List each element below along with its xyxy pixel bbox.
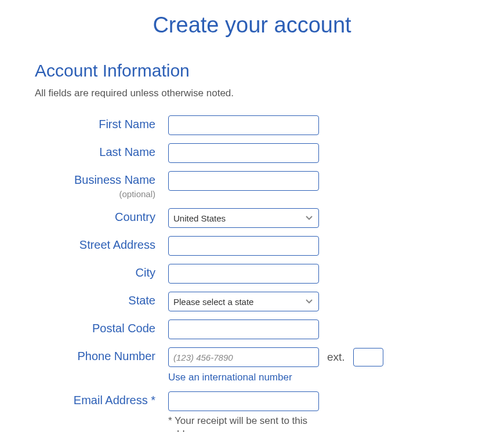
first-name-label: First Name [35, 115, 168, 131]
country-dropdown[interactable]: United States [168, 208, 319, 228]
postal-code-label: Postal Code [35, 320, 168, 335]
chevron-down-icon [304, 213, 314, 224]
business-name-input[interactable] [168, 171, 319, 191]
last-name-input[interactable] [168, 143, 319, 163]
street-address-input[interactable] [168, 236, 319, 256]
first-name-input[interactable] [168, 115, 319, 135]
ext-label: ext. [327, 351, 345, 364]
chevron-down-icon [304, 296, 314, 307]
business-name-label-text: Business Name [74, 173, 155, 186]
last-name-label: Last Name [35, 143, 168, 159]
postal-code-input[interactable] [168, 320, 319, 339]
intl-number-link[interactable]: Use an international number [168, 367, 292, 383]
email-address-label: Email Address * [35, 391, 168, 407]
state-dropdown[interactable]: Please select a state [168, 292, 319, 311]
country-value: United States [173, 213, 226, 223]
country-label: Country [35, 208, 168, 224]
phone-number-label: Phone Number [35, 347, 168, 363]
required-note: All fields are required unless otherwise… [35, 88, 469, 115]
page-title: Create your account [0, 0, 504, 61]
phone-ext-input[interactable] [353, 348, 383, 366]
phone-number-input[interactable] [168, 347, 319, 367]
state-label: State [35, 292, 168, 307]
street-address-label: Street Address [35, 236, 168, 252]
city-label: City [35, 264, 168, 279]
email-note: * Your receipt will be sent to this addr… [168, 411, 319, 432]
email-address-input[interactable] [168, 391, 319, 411]
state-value: Please select a state [173, 297, 253, 307]
section-title: Account Information [35, 61, 469, 88]
business-name-optional: (optional) [119, 189, 155, 199]
city-input[interactable] [168, 264, 319, 284]
business-name-label: Business Name (optional) [35, 171, 168, 200]
